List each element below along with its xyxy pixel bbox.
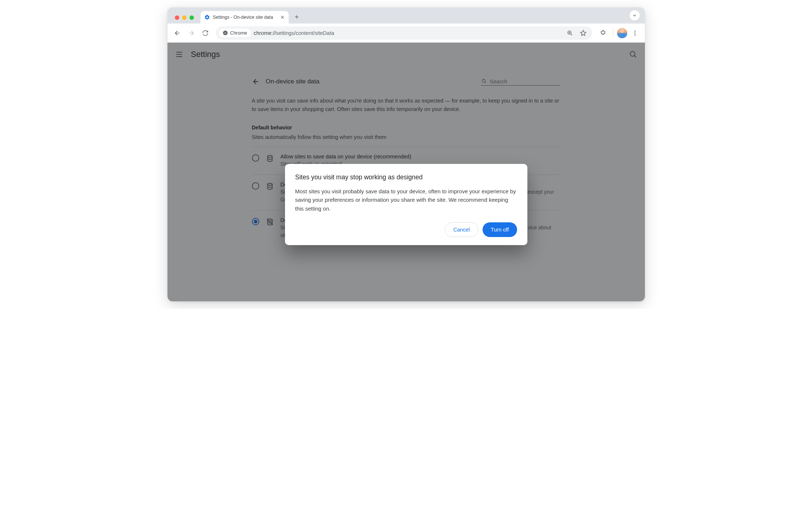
browser-tab[interactable]: Settings - On-device site data [201, 11, 289, 24]
new-tab-button[interactable] [292, 12, 302, 22]
browser-toolbar: Chrome chrome://settings/content/siteDat… [167, 24, 645, 43]
minimize-window-button[interactable] [182, 15, 187, 20]
chrome-icon [223, 30, 228, 36]
window-controls [172, 15, 197, 24]
reload-button[interactable] [199, 27, 212, 39]
confirm-dialog: Sites you visit may stop working as desi… [285, 164, 527, 245]
browser-window: Settings - On-device site data Chrome [167, 7, 645, 301]
close-window-button[interactable] [175, 15, 179, 20]
svg-point-5 [634, 32, 635, 33]
back-button[interactable] [171, 27, 184, 39]
extensions-icon[interactable] [597, 27, 609, 39]
svg-point-6 [634, 34, 635, 35]
turn-off-button[interactable]: Turn off [483, 222, 517, 237]
tab-title: Settings - On-device site data [213, 15, 277, 20]
cancel-button[interactable]: Cancel [445, 222, 478, 237]
forward-button[interactable] [185, 27, 198, 39]
svg-point-2 [224, 32, 226, 34]
toolbar-divider [613, 29, 613, 37]
site-chip[interactable]: Chrome [219, 29, 251, 37]
content-area: Settings On-device site data A site you [167, 43, 645, 301]
tab-search-button[interactable] [629, 10, 640, 21]
url-text: chrome://settings/content/siteData [254, 30, 561, 36]
zoom-icon[interactable] [564, 27, 576, 39]
dialog-title: Sites you visit may stop working as desi… [295, 173, 517, 181]
bookmark-star-icon[interactable] [577, 27, 589, 39]
close-tab-icon[interactable] [280, 15, 285, 20]
maximize-window-button[interactable] [190, 15, 194, 20]
address-bar[interactable]: Chrome chrome://settings/content/siteDat… [216, 26, 592, 40]
profile-avatar[interactable] [617, 28, 627, 38]
dialog-body: Most sites you visit probably save data … [295, 187, 517, 213]
svg-point-4 [634, 31, 635, 32]
site-chip-label: Chrome [230, 30, 247, 36]
chrome-menu-icon[interactable] [629, 27, 641, 39]
tab-strip: Settings - On-device site data [167, 7, 645, 24]
settings-gear-icon [204, 14, 210, 20]
